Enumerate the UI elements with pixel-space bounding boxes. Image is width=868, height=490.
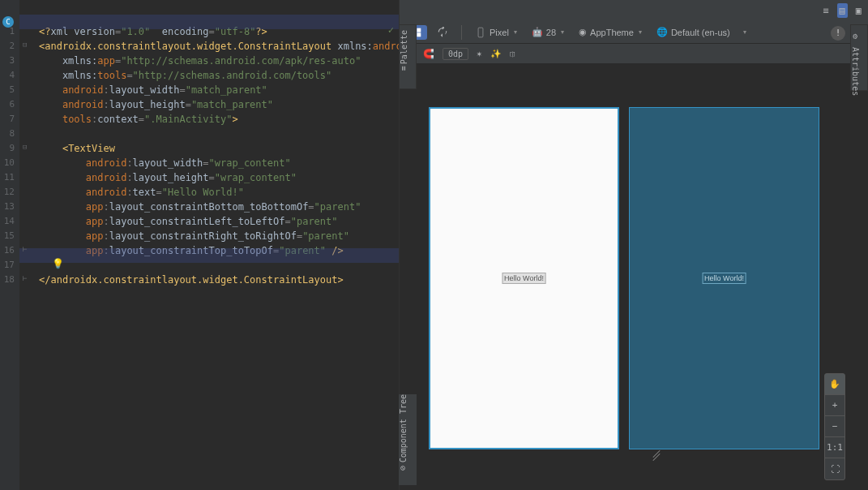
gutter-change-marker[interactable]: C [2, 16, 14, 28]
line-number: 18 [0, 273, 19, 287]
line-number: 6 [0, 97, 19, 112]
design-toolbar: Pixel▾ 🤖28▾ ◉AppTheme▾ 🌐Default (en-us)▾ [400, 21, 868, 44]
line-number: 13 [0, 200, 19, 214]
autoconnect-icon[interactable]: 🧲 [423, 49, 434, 59]
line-number: 17 [0, 258, 19, 273]
warnings-icon[interactable]: ! [831, 26, 845, 41]
line-number: 8 [0, 127, 19, 141]
view-split-icon[interactable]: ▤ [837, 3, 848, 18]
svg-rect-0 [478, 28, 483, 37]
line-number: 9 [0, 141, 19, 156]
line-number: 11 [0, 170, 19, 185]
line-number: 16 [0, 243, 19, 258]
resize-handle-icon[interactable] [652, 453, 663, 462]
zoom-reset-button[interactable]: 1:1 [825, 437, 844, 458]
design-canvas[interactable]: Hello World! Hello World! [400, 63, 868, 490]
design-toolbar-secondary: 👁 🧲 0dp ✶ ✨ ⎅ [400, 44, 868, 63]
line-number: 15 [0, 229, 19, 243]
inspection-check-icon[interactable]: ✓ [388, 24, 394, 36]
zoom-panel: ✋ + − 1:1 ⛶ [824, 373, 845, 480]
line-number: 12 [0, 185, 19, 200]
line-number: 2 [0, 39, 19, 54]
default-margin-selector[interactable]: 0dp [443, 48, 468, 60]
line-number: 7 [0, 112, 19, 127]
editor-gutter: 1 2 3 4 5 6 7 8 9 10 11 12 13 14 15 16 1… [0, 0, 19, 490]
orientation-button[interactable] [432, 25, 453, 40]
device-preview-design[interactable]: Hello World! [429, 107, 619, 449]
intention-bulb-icon[interactable]: 💡 [52, 258, 64, 269]
line-number: 3 [0, 54, 19, 68]
infer-constraints-icon[interactable]: ✨ [490, 49, 502, 59]
zoom-fit-button[interactable]: ⛶ [825, 458, 844, 479]
line-number: 5 [0, 83, 19, 97]
device-selector[interactable]: Pixel▾ [470, 25, 522, 40]
line-number: 14 [0, 214, 19, 229]
locale-selector[interactable]: 🌐Default (en-us)▾ [652, 25, 751, 39]
view-design-icon[interactable]: ▣ [856, 5, 862, 16]
view-code-icon[interactable]: ≡ [823, 5, 828, 16]
textview-blueprint[interactable]: Hello World! [702, 273, 746, 284]
line-number: 4 [0, 68, 19, 83]
line-highlight [19, 15, 399, 29]
component-tree-panel-tab[interactable]: Component Tree ⊘ [399, 394, 417, 485]
theme-selector[interactable]: ◉AppTheme▾ [574, 25, 647, 39]
guidelines-icon[interactable]: ⎅ [510, 49, 515, 59]
line-number: 10 [0, 156, 19, 170]
zoom-in-button[interactable]: + [825, 395, 844, 416]
device-preview-blueprint[interactable]: Hello World! [629, 107, 819, 449]
clear-constraints-icon[interactable]: ✶ [477, 49, 482, 59]
code-editor[interactable]: ✓ <?xml version="1.0" encoding="utf-8"?>… [19, 0, 399, 490]
palette-panel-tab[interactable]: Palette ≡ [399, 24, 417, 89]
line-highlight [19, 248, 399, 263]
api-selector[interactable]: 🤖28▾ [527, 25, 569, 39]
zoom-out-button[interactable]: − [825, 416, 844, 437]
pan-button[interactable]: ✋ [825, 374, 844, 395]
textview-preview[interactable]: Hello World! [502, 273, 546, 284]
attributes-panel-tab[interactable]: ⚙ Attributes [850, 24, 868, 91]
